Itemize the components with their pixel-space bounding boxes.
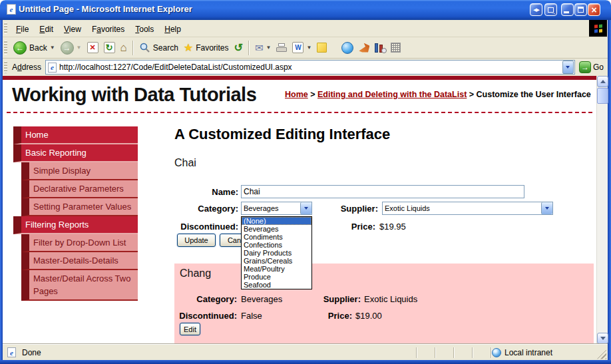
address-dropdown-button[interactable] [562,61,574,74]
go-button[interactable]: → Go [575,61,608,73]
quick-launch-button[interactable] [356,42,372,54]
encoding-button[interactable] [388,41,403,54]
menu-favorites[interactable]: Favorites [87,23,130,36]
supplier-select-value: Exotic Liquids [383,204,541,212]
back-button[interactable]: ← Back ▼ [11,40,58,56]
menu-help[interactable]: Help [159,23,186,36]
status-pane-divider [472,347,473,358]
page-title: A Customized Editing Interface [174,126,390,143]
nav-arrows-button[interactable]: ◀▶ [530,3,542,16]
popout-button[interactable] [544,3,557,16]
search-label: Search [153,43,178,53]
sidebar-item-setting-parameter-values[interactable]: Setting Parameter Values [21,198,138,216]
notes-button[interactable] [314,41,329,54]
window-border-bottom [0,360,611,364]
address-input[interactable] [59,63,562,72]
supplier-select-arrow[interactable] [541,202,552,214]
close-button[interactable]: × [588,3,600,16]
minimize-button[interactable] [561,3,574,16]
category-option[interactable]: Dairy Products [242,249,311,257]
category-option[interactable]: Meat/Poultry [242,265,311,273]
research-button[interactable] [372,41,388,54]
stop-button[interactable]: ✕ [85,41,101,55]
print-button[interactable] [274,42,290,53]
menubar-grip[interactable] [4,23,7,35]
forward-button[interactable]: → ▼ [58,40,85,56]
category-option[interactable]: Beverages [242,225,311,233]
ie-logo-icon: e [7,4,16,15]
breadcrumb-separator: > [467,90,476,99]
sidebar-item-basic-reporting[interactable]: Basic Reporting [13,144,138,162]
menu-items: FileEditViewFavoritesToolsHelp [11,23,186,35]
sidebar-item-master-detail-across-two-pages[interactable]: Master/Detail Across Two Pages [21,270,138,301]
messenger-button[interactable] [339,41,356,55]
sidebar-item-filter-by-drop-down-list[interactable]: Filter by Drop-Down List [21,234,138,252]
refresh-button[interactable]: ↻ [101,41,118,55]
favorites-icon: ★ [184,41,193,54]
resize-grip[interactable] [597,350,606,359]
category-option[interactable]: Condiments [242,233,311,241]
menu-edit[interactable]: Edit [34,23,59,36]
supplier-select[interactable]: Exotic Liquids [382,202,553,215]
stop-icon: ✕ [87,42,99,53]
books-icon [375,43,385,53]
breadcrumb-link[interactable]: Home [285,90,308,99]
toolbar-grip[interactable] [4,41,7,55]
history-button[interactable]: ↺ [232,40,246,55]
chevron-down-icon [545,207,549,212]
mail-button[interactable]: ✉ ▼ [252,41,274,55]
home-icon: ⌂ [120,41,127,55]
toolbar-separator [132,41,134,55]
category-option[interactable]: (None) [242,217,311,225]
notes-icon [317,43,327,53]
sidebar-item-master-details-details[interactable]: Master-Details-Details [21,252,138,270]
address-label: Address [11,63,45,72]
addressbar-grip[interactable] [4,61,7,73]
refresh-icon: ↻ [104,42,115,53]
edit-button[interactable]: Edit [180,323,200,335]
update-button[interactable]: Update [177,234,216,247]
toolbar-separator [248,41,250,55]
scroll-down-button[interactable] [597,333,608,344]
menu-file[interactable]: File [11,23,34,36]
sidebar-item-simple-display[interactable]: Simple Display [21,162,138,180]
edit-with-word-button[interactable]: W ▼ [290,41,314,55]
arrow-up-icon [600,77,606,83]
history-icon: ↺ [234,41,243,54]
price-value: $19.95 [379,222,406,232]
search-button[interactable]: Search [136,41,181,55]
breadcrumb-link[interactable]: Editing and Deleting with the DataList [317,90,467,99]
status-bar: e Done Local intranet [3,344,608,360]
price-label: Price: [286,311,352,321]
sidebar-item-home[interactable]: Home [13,126,138,144]
sidebar-item-filtering-reports[interactable]: Filtering Reports [13,216,138,234]
category-option[interactable]: Grains/Cereals [242,257,311,265]
back-label: Back [29,43,47,53]
menu-view[interactable]: View [59,23,87,36]
category-select[interactable]: Beverages [241,202,312,215]
page-icon: e [48,63,57,73]
category-option[interactable]: Confections [242,241,311,249]
discontinued-label: Discontinued: [174,222,238,232]
menu-tools[interactable]: Tools [130,23,159,36]
category-label: Category: [174,294,237,304]
back-icon: ← [13,41,27,55]
breadcrumb: Home > Editing and Deleting with the Dat… [285,89,592,100]
favorites-button[interactable]: ★ Favorites [181,40,232,55]
category-value: Beverages [241,294,282,304]
sidebar-menu: HomeBasic ReportingSimple DisplayDeclara… [13,126,138,301]
scrollbar-thumb[interactable] [597,88,608,104]
name-input[interactable] [241,185,524,198]
scroll-up-button[interactable] [597,76,608,87]
item-panel-chang: Chang Category: Beverages Supplier: Exot… [174,264,594,344]
popout-icon [548,7,554,13]
maximize-button[interactable] [574,3,587,16]
item-title-chang: Chang [180,268,211,279]
windows-logo-icon [594,24,602,33]
nav-arrows-icon: ◀▶ [533,7,539,13]
vertical-scrollbar[interactable] [596,76,608,344]
category-option[interactable]: Produce [242,273,311,281]
sidebar-item-declarative-parameters[interactable]: Declarative Parameters [21,180,138,198]
home-button[interactable]: ⌂ [118,40,130,56]
category-option[interactable]: Seafood [242,281,311,289]
